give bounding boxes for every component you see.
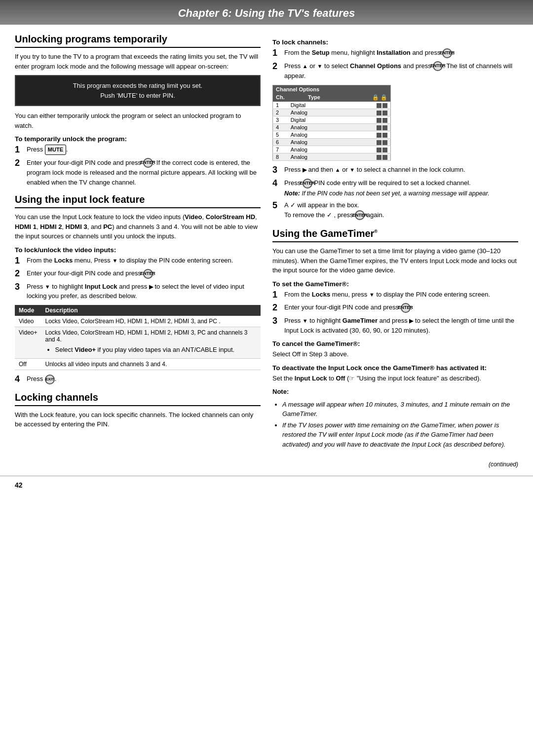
table-row-video: Video Locks Video, ColorStream HD, HDMI … [15,316,261,327]
ch-num: 5 [273,131,288,139]
unlocking-intro: If you try to tune the TV to a program t… [15,52,261,71]
set-gametimer-steps: 1 From the Locks menu, press ▼ to displa… [272,290,518,335]
ch-type: Analog [288,131,341,139]
lock-video-steps: 1 From the Locks menu, Press ▼ to displa… [15,256,261,301]
ch-icons [341,153,390,161]
arrow-down-icon-4: ▼ [349,167,355,173]
section-locking-channels: Locking channels With the Lock feature, … [15,392,261,429]
page-number: 42 [15,481,23,489]
ch-type: Digital [288,102,341,109]
gt-step-1: 1 From the Locks menu, press ▼ to displa… [272,290,518,301]
ch-num: 1 [273,102,288,109]
desc-off: Unlocks all video inputs and channels 3 … [41,359,261,370]
right-column: To lock channels: 1 From the Setup menu,… [272,34,518,451]
ch-icons [341,109,390,116]
desc-videoplus: Locks Video, ColorStream HD, HDMI 1, HDM… [41,327,261,359]
gametimer-title: Using the GameTimer® [272,228,518,242]
section-input-lock: Using the input lock feature You can use… [15,194,261,385]
enter-key-3: ENTER [442,48,452,58]
section-input-lock-title: Using the input lock feature [15,194,261,208]
continued-label: (continued) [0,461,533,471]
table-header-mode: Mode [15,305,41,316]
ch-num: 2 [273,109,288,116]
mode-off: Off [15,359,41,370]
channel-options-table: Channel Options Ch. Type 🔒 🔒 1 Digital [272,85,391,161]
lc-step-3: 3 Press ▶ and then ▲ or ▼ to select a ch… [272,165,518,176]
lock-step-2: 2 Enter your four-digit PIN code and pre… [15,268,261,279]
mode-video: Video [15,316,41,327]
ch-type: Analog [288,139,341,146]
subsection-temporarily-unlock: To temporarily unlock the program: [15,135,261,143]
desc-video: Locks Video, ColorStream HD, HDMI 1, HDM… [41,316,261,327]
section-unlocking-title: Unlocking programs temporarily [15,34,261,48]
arrow-right-icon-2: ▶ [303,167,306,173]
gametimer-note-2: If the TV loses power with time remainin… [282,420,518,450]
ch-header: Ch. [273,93,288,102]
ch-icons [341,139,390,146]
table-row-videoplus: Video+ Locks Video, ColorStream HD, HDMI… [15,327,261,359]
lock-step-4: 4 Press EXIT. [15,374,261,385]
ch-icons [341,116,390,123]
videoplus-bullet-list: Select Video+ if you play video tapes vi… [45,345,257,355]
subsection-lock-video: To lock/unlock the video inputs: [15,246,261,254]
lc-step-4: 4 Press ENTER PIN code entry will be req… [272,178,518,198]
arrow-right-icon: ▶ [149,284,153,290]
ch-icons [341,102,390,109]
deactivate-text: Set the Input Lock to Off (☞ "Using the … [272,374,518,383]
exit-key: EXIT [45,375,55,384]
ch-row-8: 8 Analog [273,153,391,161]
chapter-title: Chapter 6: Using the TV's features [0,7,533,20]
ch-icons [341,123,390,131]
ch-row-6: 6 Analog [273,139,391,146]
icons-header: 🔒 🔒 [341,93,390,102]
enter-key-4: ENTER [433,61,443,71]
step-1: 1 Press MUTE. [15,145,261,155]
page: Chapter 6: Using the TV's features Unloc… [0,0,533,756]
ch-num: 6 [273,139,288,146]
lock-channels-steps: 1 From the Setup menu, highlight Install… [272,48,518,81]
lc-step-2: 2 Press ▲ or ▼ to select Channel Options… [272,61,518,81]
ch-type: Digital [288,116,341,123]
arrow-up-icon-2: ▲ [335,167,341,173]
gametimer-note-1: A message will appear when 10 minutes, 3… [282,400,518,419]
content-area: Unlocking programs temporarily If you tr… [0,34,533,461]
note-title: Note: [272,388,289,395]
ch-type: Analog [288,109,341,116]
channel-table-title: Channel Options [273,85,391,93]
ch-icons [341,131,390,139]
subsection-lock-channels: To lock channels: 1 From the Setup menu,… [272,38,518,220]
ch-num: 4 [273,123,288,131]
ch-num: 3 [273,116,288,123]
mode-videoplus: Video+ [15,327,41,359]
section-gametimer: Using the GameTimer® You can use the Gam… [272,228,518,449]
gametimer-notes: A message will appear when 10 minutes, 3… [272,400,518,450]
arrow-down-icon: ▼ [112,258,117,264]
arrow-down-icon-6: ▼ [303,318,308,324]
ch-row-2: 2 Analog [273,109,391,116]
lock-step-3: 3 Press ▼ to highlight Input Lock and pr… [15,282,261,301]
ch-num: 8 [273,153,288,161]
arrow-up-icon: ▲ [303,63,308,69]
section-unlocking: Unlocking programs temporarily If you tr… [15,34,261,187]
enter-key-2: ENTER [143,269,153,279]
ch-row-1: 1 Digital [273,102,391,109]
ch-row-3: 3 Digital [273,116,391,123]
gt-step-2: 2 Enter your four-digit PIN code and pre… [272,302,518,313]
arrow-down-icon-2: ▼ [45,284,50,290]
message-box: This program exceeds the rating limit yo… [15,75,261,106]
note-pin: Note: If the PIN code has not been set y… [284,190,490,197]
table-header-desc: Description [41,305,261,316]
lc-step-5: 5 A ✓ will appear in the box.To remove t… [272,200,518,220]
section-locking-title: Locking channels [15,392,261,406]
table-row-off: Off Unlocks all video inputs and channel… [15,359,261,370]
gametimer-intro: You can use the GameTimer to set a time … [272,246,518,275]
lock-channels-heading: To lock channels: [272,38,518,46]
chapter-header: Chapter 6: Using the TV's features [0,0,533,25]
arrow-down-icon-3: ▼ [317,63,323,69]
arrow-down-icon-5: ▼ [369,292,375,298]
ch-type: Analog [288,123,341,131]
locking-intro: With the Lock feature, you can lock spec… [15,410,261,429]
lc-step-1: 1 From the Setup menu, highlight Install… [272,48,518,59]
enter-key: ENTER [143,158,153,168]
trademark-symbol: ® [374,229,378,234]
